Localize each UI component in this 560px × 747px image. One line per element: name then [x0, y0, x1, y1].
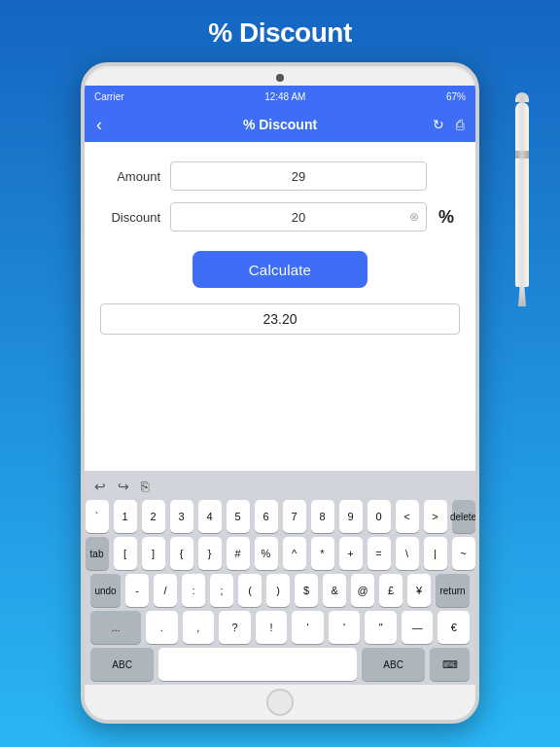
- kb-undo-icon[interactable]: ↩: [94, 479, 106, 494]
- discount-row: Discount ⊗ %: [100, 202, 460, 231]
- kb-key-semi[interactable]: ;: [210, 574, 233, 607]
- kb-key-dollar[interactable]: $: [295, 574, 318, 607]
- discount-label: Discount: [100, 210, 170, 225]
- kb-paste-icon[interactable]: ⎘: [141, 479, 149, 494]
- kb-key-3[interactable]: 3: [170, 500, 193, 533]
- kb-key-lbrace[interactable]: {: [170, 537, 193, 570]
- kb-key-7[interactable]: 7: [283, 500, 306, 533]
- kb-key-eq[interactable]: =: [368, 537, 391, 570]
- share-icon[interactable]: ⎙: [456, 117, 464, 132]
- kb-key-pct[interactable]: %: [255, 537, 278, 570]
- ipad-frame: Carrier 12:48 AM 67% ‹ % Discount ↻ ⎙ Am…: [81, 62, 479, 724]
- kb-key-apos[interactable]: ': [292, 611, 324, 644]
- kb-key-amp[interactable]: &: [323, 574, 346, 607]
- kb-key-hash[interactable]: #: [227, 537, 250, 570]
- kb-row-3: undo - / : ; ( ) $ & @ £ ¥ return: [87, 572, 473, 609]
- kb-key-rbracket[interactable]: ]: [142, 537, 165, 570]
- nav-title: % Discount: [243, 117, 317, 132]
- kb-abc-right-key[interactable]: ABC: [362, 648, 425, 681]
- kb-key-yen[interactable]: ¥: [407, 574, 431, 607]
- amount-input-wrapper: [170, 161, 427, 191]
- kb-key-backtick[interactable]: `: [86, 500, 109, 533]
- kb-row-4: ... . , ? ! ' ' " — €: [87, 609, 473, 646]
- amount-input[interactable]: [170, 161, 427, 191]
- ipad-bottom: [85, 685, 475, 720]
- result-box: 23.20: [100, 303, 460, 335]
- kb-row-5: ABC ABC ⌨: [87, 646, 473, 683]
- calculate-button[interactable]: Calculate: [192, 251, 368, 288]
- kb-key-lt[interactable]: <: [396, 500, 419, 533]
- kb-delete-key[interactable]: delete: [452, 500, 475, 533]
- kb-key-pound[interactable]: £: [379, 574, 402, 607]
- kb-key-ldquote[interactable]: ": [365, 611, 397, 644]
- percent-sign: %: [433, 207, 460, 228]
- kb-key-minus[interactable]: -: [125, 574, 149, 607]
- kb-row-1: ` 1 2 3 4 5 6 7 8 9 0 < > delete: [87, 498, 473, 535]
- kb-key-bslash[interactable]: \: [396, 537, 419, 570]
- amount-label: Amount: [100, 169, 170, 184]
- kb-return-key[interactable]: return: [436, 574, 470, 607]
- kb-keyboard-icon[interactable]: ⌨: [430, 648, 470, 681]
- kb-key-colon[interactable]: :: [182, 574, 205, 607]
- kb-toolbar: ↩ ↪ ⎘: [87, 475, 473, 498]
- kb-undo-key[interactable]: undo: [90, 574, 121, 607]
- kb-key-4[interactable]: 4: [198, 500, 222, 533]
- home-button[interactable]: [266, 689, 294, 716]
- apple-pencil: [513, 92, 531, 306]
- kb-key-exclaim[interactable]: !: [256, 611, 288, 644]
- pencil-cap: [515, 92, 529, 102]
- kb-key-0[interactable]: 0: [368, 500, 391, 533]
- nav-bar: ‹ % Discount ↻ ⎙: [85, 107, 475, 142]
- pencil-body: [515, 102, 529, 287]
- kb-key-1[interactable]: 1: [114, 500, 137, 533]
- kb-key-plus[interactable]: +: [339, 537, 363, 570]
- time-label: 12:48 AM: [264, 91, 305, 102]
- kb-key-slash[interactable]: /: [154, 574, 177, 607]
- kb-row-2: tab [ ] { } # % ^ * + = \ | ~: [87, 535, 473, 572]
- status-bar: Carrier 12:48 AM 67%: [85, 86, 475, 107]
- discount-input[interactable]: [170, 202, 427, 231]
- kb-tab-key[interactable]: tab: [86, 537, 109, 570]
- kb-key-dot[interactable]: .: [146, 611, 178, 644]
- kb-key-6[interactable]: 6: [255, 500, 278, 533]
- refresh-icon[interactable]: ↻: [433, 117, 444, 132]
- kb-ellipsis-key[interactable]: ...: [90, 611, 141, 644]
- app-content: Amount Discount ⊗ % Calculate 23.20: [85, 142, 475, 471]
- kb-key-5[interactable]: 5: [227, 500, 250, 533]
- kb-key-star[interactable]: *: [311, 537, 334, 570]
- amount-row: Amount: [100, 161, 460, 191]
- kb-key-2[interactable]: 2: [142, 500, 165, 533]
- kb-key-comma[interactable]: ,: [183, 611, 215, 644]
- nav-icons: ↻ ⎙: [433, 117, 464, 132]
- clear-icon[interactable]: ⊗: [409, 210, 419, 224]
- kb-key-at[interactable]: @: [351, 574, 374, 607]
- result-value: 23.20: [262, 311, 297, 327]
- kb-key-caret[interactable]: ^: [283, 537, 306, 570]
- kb-key-euro[interactable]: €: [438, 611, 470, 644]
- back-button[interactable]: ‹: [96, 115, 102, 135]
- discount-input-wrapper: ⊗: [170, 202, 427, 231]
- page-title: % Discount: [208, 18, 351, 49]
- kb-key-pipe[interactable]: |: [424, 537, 447, 570]
- kb-space-key[interactable]: [158, 648, 357, 681]
- kb-key-rbrace[interactable]: }: [198, 537, 222, 570]
- kb-key-gt[interactable]: >: [424, 500, 447, 533]
- battery-label: 67%: [446, 91, 466, 102]
- kb-abc-left-key[interactable]: ABC: [90, 648, 154, 681]
- kb-key-lbracket[interactable]: [: [114, 537, 137, 570]
- carrier-label: Carrier: [94, 91, 124, 102]
- kb-key-rsquote[interactable]: ': [329, 611, 361, 644]
- kb-key-lparen[interactable]: (: [238, 574, 262, 607]
- kb-key-question[interactable]: ?: [219, 611, 251, 644]
- pencil-band: [515, 151, 529, 159]
- kb-redo-icon[interactable]: ↪: [118, 479, 129, 494]
- kb-key-emdash[interactable]: —: [402, 611, 434, 644]
- kb-key-8[interactable]: 8: [311, 500, 334, 533]
- kb-key-9[interactable]: 9: [339, 500, 363, 533]
- keyboard-area: ↩ ↪ ⎘ ` 1 2 3 4 5 6 7 8 9 0 < > delete t…: [85, 471, 475, 685]
- pencil-tip: [518, 287, 526, 306]
- kb-key-rparen[interactable]: ): [266, 574, 290, 607]
- ipad-camera: [276, 74, 284, 82]
- kb-key-tilde[interactable]: ~: [452, 537, 475, 570]
